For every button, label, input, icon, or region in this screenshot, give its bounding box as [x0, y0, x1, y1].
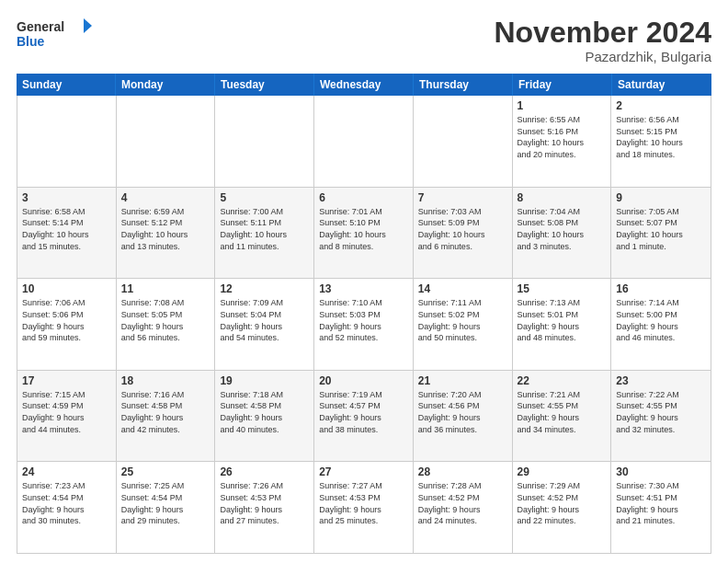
day-info: Sunrise: 7:05 AM Sunset: 5:07 PM Dayligh…: [616, 206, 706, 252]
day-number: 12: [220, 282, 309, 295]
calendar-cell: 26Sunrise: 7:26 AM Sunset: 4:53 PM Dayli…: [215, 462, 314, 553]
day-number: 30: [616, 465, 706, 478]
day-header-saturday: Saturday: [612, 74, 711, 96]
day-header-monday: Monday: [116, 74, 215, 96]
day-number: 10: [22, 282, 111, 295]
day-info: Sunrise: 7:18 AM Sunset: 4:58 PM Dayligh…: [220, 389, 309, 435]
day-info: Sunrise: 7:08 AM Sunset: 5:05 PM Dayligh…: [121, 297, 210, 343]
day-number: 27: [319, 465, 408, 478]
location: Pazardzhik, Bulgaria: [494, 49, 711, 64]
calendar-cell: 22Sunrise: 7:21 AM Sunset: 4:55 PM Dayli…: [513, 371, 612, 462]
day-number: 26: [220, 465, 309, 478]
day-info: Sunrise: 7:21 AM Sunset: 4:55 PM Dayligh…: [518, 389, 607, 435]
calendar-cell: 7Sunrise: 7:03 AM Sunset: 5:09 PM Daylig…: [414, 188, 513, 279]
logo: General Blue: [17, 17, 99, 52]
day-number: 25: [121, 465, 210, 478]
day-info: Sunrise: 7:13 AM Sunset: 5:01 PM Dayligh…: [518, 297, 607, 343]
day-info: Sunrise: 7:30 AM Sunset: 4:51 PM Dayligh…: [616, 480, 706, 526]
calendar-cell: [17, 96, 117, 187]
calendar-cell: 17Sunrise: 7:15 AM Sunset: 4:59 PM Dayli…: [17, 371, 117, 462]
day-number: 29: [518, 465, 607, 478]
day-info: Sunrise: 7:11 AM Sunset: 5:02 PM Dayligh…: [418, 297, 507, 343]
calendar-cell: 8Sunrise: 7:04 AM Sunset: 5:08 PM Daylig…: [513, 188, 612, 279]
week-row-2: 3Sunrise: 6:58 AM Sunset: 5:14 PM Daylig…: [17, 188, 711, 280]
day-header-friday: Friday: [513, 74, 612, 96]
day-info: Sunrise: 7:19 AM Sunset: 4:57 PM Dayligh…: [319, 389, 408, 435]
calendar-cell: 9Sunrise: 7:05 AM Sunset: 5:07 PM Daylig…: [611, 188, 711, 279]
day-number: 23: [616, 374, 706, 387]
day-info: Sunrise: 7:14 AM Sunset: 5:00 PM Dayligh…: [616, 297, 706, 343]
day-number: 21: [418, 374, 507, 387]
calendar-cell: 25Sunrise: 7:25 AM Sunset: 4:54 PM Dayli…: [117, 462, 216, 553]
calendar-cell: 30Sunrise: 7:30 AM Sunset: 4:51 PM Dayli…: [611, 462, 711, 553]
calendar-cell: [215, 96, 314, 187]
day-info: Sunrise: 7:03 AM Sunset: 5:09 PM Dayligh…: [418, 206, 507, 252]
calendar-cell: 16Sunrise: 7:14 AM Sunset: 5:00 PM Dayli…: [611, 279, 711, 370]
day-info: Sunrise: 7:10 AM Sunset: 5:03 PM Dayligh…: [319, 297, 408, 343]
svg-marker-1: [84, 18, 92, 33]
day-info: Sunrise: 6:58 AM Sunset: 5:14 PM Dayligh…: [22, 206, 111, 252]
svg-text:General: General: [17, 19, 64, 34]
calendar-cell: 27Sunrise: 7:27 AM Sunset: 4:53 PM Dayli…: [314, 462, 414, 553]
day-number: 11: [121, 282, 210, 295]
day-number: 6: [319, 191, 408, 204]
week-row-1: 1Sunrise: 6:55 AM Sunset: 5:16 PM Daylig…: [17, 96, 711, 188]
day-number: 22: [518, 374, 607, 387]
day-number: 19: [220, 374, 309, 387]
day-number: 18: [121, 374, 210, 387]
day-info: Sunrise: 7:25 AM Sunset: 4:54 PM Dayligh…: [121, 480, 210, 526]
day-info: Sunrise: 7:00 AM Sunset: 5:11 PM Dayligh…: [220, 206, 309, 252]
day-number: 15: [518, 282, 607, 295]
calendar-cell: 21Sunrise: 7:20 AM Sunset: 4:56 PM Dayli…: [414, 371, 513, 462]
day-number: 4: [121, 191, 210, 204]
calendar-cell: 24Sunrise: 7:23 AM Sunset: 4:54 PM Dayli…: [17, 462, 117, 553]
day-info: Sunrise: 6:56 AM Sunset: 5:15 PM Dayligh…: [616, 114, 706, 160]
day-info: Sunrise: 7:27 AM Sunset: 4:53 PM Dayligh…: [319, 480, 408, 526]
day-header-sunday: Sunday: [17, 74, 116, 96]
day-number: 3: [22, 191, 111, 204]
day-number: 8: [518, 191, 607, 204]
day-header-tuesday: Tuesday: [215, 74, 314, 96]
day-number: 1: [518, 99, 607, 112]
month-title: November 2024: [494, 17, 711, 49]
day-number: 7: [418, 191, 507, 204]
calendar-cell: 11Sunrise: 7:08 AM Sunset: 5:05 PM Dayli…: [117, 279, 216, 370]
calendar-cell: 19Sunrise: 7:18 AM Sunset: 4:58 PM Dayli…: [215, 371, 314, 462]
calendar-cell: 6Sunrise: 7:01 AM Sunset: 5:10 PM Daylig…: [314, 188, 414, 279]
day-info: Sunrise: 7:23 AM Sunset: 4:54 PM Dayligh…: [22, 480, 111, 526]
day-number: 16: [616, 282, 706, 295]
day-info: Sunrise: 7:16 AM Sunset: 4:58 PM Dayligh…: [121, 389, 210, 435]
day-number: 13: [319, 282, 408, 295]
day-number: 5: [220, 191, 309, 204]
svg-text:Blue: Blue: [17, 34, 45, 49]
day-info: Sunrise: 6:59 AM Sunset: 5:12 PM Dayligh…: [121, 206, 210, 252]
calendar-cell: 13Sunrise: 7:10 AM Sunset: 5:03 PM Dayli…: [314, 279, 414, 370]
calendar-cell: 2Sunrise: 6:56 AM Sunset: 5:15 PM Daylig…: [611, 96, 711, 187]
title-block: November 2024 Pazardzhik, Bulgaria: [494, 17, 711, 64]
header: General Blue November 2024 Pazardzhik, B…: [17, 17, 711, 64]
day-info: Sunrise: 7:29 AM Sunset: 4:52 PM Dayligh…: [518, 480, 607, 526]
calendar-cell: 14Sunrise: 7:11 AM Sunset: 5:02 PM Dayli…: [414, 279, 513, 370]
day-number: 17: [22, 374, 111, 387]
day-header-thursday: Thursday: [414, 74, 513, 96]
day-info: Sunrise: 7:01 AM Sunset: 5:10 PM Dayligh…: [319, 206, 408, 252]
calendar-cell: 4Sunrise: 6:59 AM Sunset: 5:12 PM Daylig…: [117, 188, 216, 279]
calendar-cell: 23Sunrise: 7:22 AM Sunset: 4:55 PM Dayli…: [611, 371, 711, 462]
calendar-header: SundayMondayTuesdayWednesdayThursdayFrid…: [17, 74, 711, 96]
calendar-cell: 1Sunrise: 6:55 AM Sunset: 5:16 PM Daylig…: [513, 96, 612, 187]
calendar-cell: 15Sunrise: 7:13 AM Sunset: 5:01 PM Dayli…: [513, 279, 612, 370]
day-info: Sunrise: 6:55 AM Sunset: 5:16 PM Dayligh…: [518, 114, 607, 160]
day-number: 14: [418, 282, 507, 295]
calendar-body: 1Sunrise: 6:55 AM Sunset: 5:16 PM Daylig…: [17, 96, 711, 554]
day-info: Sunrise: 7:06 AM Sunset: 5:06 PM Dayligh…: [22, 297, 111, 343]
page: General Blue November 2024 Pazardzhik, B…: [0, 0, 728, 563]
calendar: SundayMondayTuesdayWednesdayThursdayFrid…: [17, 74, 711, 554]
calendar-cell: [314, 96, 414, 187]
calendar-cell: 29Sunrise: 7:29 AM Sunset: 4:52 PM Dayli…: [513, 462, 612, 553]
calendar-cell: 12Sunrise: 7:09 AM Sunset: 5:04 PM Dayli…: [215, 279, 314, 370]
day-number: 28: [418, 465, 507, 478]
day-number: 9: [616, 191, 706, 204]
day-info: Sunrise: 7:04 AM Sunset: 5:08 PM Dayligh…: [518, 206, 607, 252]
week-row-4: 17Sunrise: 7:15 AM Sunset: 4:59 PM Dayli…: [17, 371, 711, 463]
calendar-cell: 20Sunrise: 7:19 AM Sunset: 4:57 PM Dayli…: [314, 371, 414, 462]
